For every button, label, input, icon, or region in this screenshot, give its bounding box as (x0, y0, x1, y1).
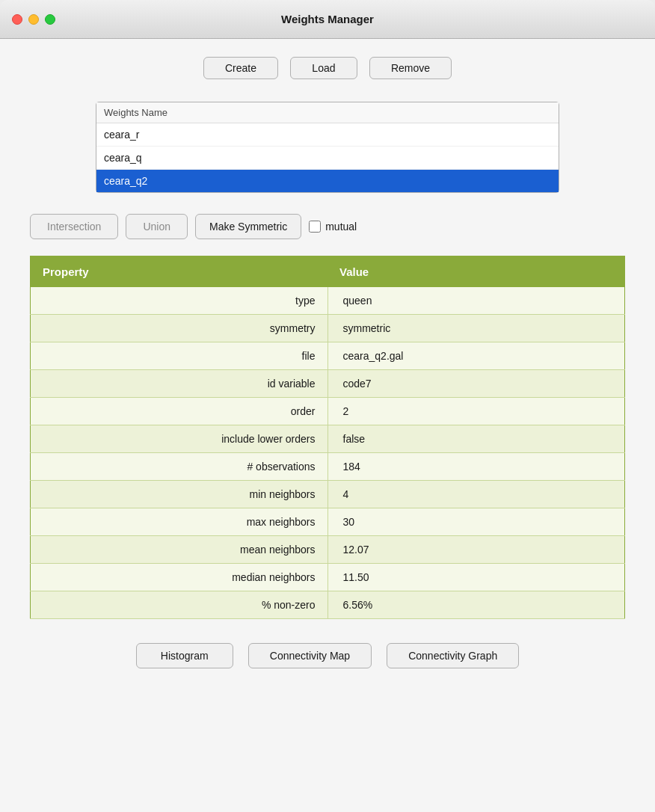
prop-name-cell: max neighbors (31, 508, 328, 536)
table-row: median neighbors11.50 (31, 564, 625, 591)
title-bar: Weights Manager (0, 0, 655, 39)
prop-value-cell: 12.07 (328, 536, 625, 564)
mutual-checkbox[interactable] (309, 221, 321, 233)
prop-name-cell: % non-zero (31, 591, 328, 619)
prop-value-cell: 30 (328, 508, 625, 536)
weights-item-ceara-q[interactable]: ceara_q (96, 147, 559, 170)
minimize-button[interactable] (28, 14, 39, 25)
table-row: include lower ordersfalse (31, 425, 625, 453)
prop-value-cell: code7 (328, 370, 625, 398)
prop-name-cell: order (31, 398, 328, 425)
prop-value-cell: 11.50 (328, 564, 625, 591)
table-row: # observations184 (31, 453, 625, 481)
table-row: order2 (31, 398, 625, 425)
prop-name-cell: include lower orders (31, 425, 328, 453)
table-row: mean neighbors12.07 (31, 536, 625, 564)
traffic-lights (12, 14, 55, 25)
intersection-button[interactable]: Intersection (30, 214, 118, 239)
table-row: fileceara_q2.gal (31, 342, 625, 370)
prop-value-cell: 184 (328, 453, 625, 481)
table-row: symmetrysymmetric (31, 315, 625, 342)
table-row: min neighbors4 (31, 481, 625, 508)
weights-item-ceara-q2[interactable]: ceara_q2 (96, 170, 559, 192)
prop-value-cell: queen (328, 287, 625, 315)
col-property-header: Property (31, 256, 328, 288)
prop-name-cell: symmetry (31, 315, 328, 342)
make-symmetric-button[interactable]: Make Symmetric (195, 214, 301, 239)
weights-list-header: Weights Name (96, 102, 559, 123)
maximize-button[interactable] (45, 14, 55, 25)
weights-item-ceara-r[interactable]: ceara_r (96, 123, 559, 147)
window-title: Weights Manager (281, 13, 374, 25)
union-button[interactable]: Union (126, 214, 188, 239)
prop-name-cell: min neighbors (31, 481, 328, 508)
mutual-text: mutual (325, 221, 357, 233)
prop-value-cell: 2 (328, 398, 625, 425)
prop-value-cell: 4 (328, 481, 625, 508)
table-row: max neighbors30 (31, 508, 625, 536)
weights-list: Weights Name ceara_r ceara_q ceara_q2 (96, 102, 559, 193)
remove-button[interactable]: Remove (369, 57, 452, 79)
histogram-button[interactable]: Histogram (136, 643, 233, 668)
prop-name-cell: type (31, 287, 328, 315)
prop-name-cell: id variable (31, 370, 328, 398)
close-button[interactable] (12, 14, 22, 25)
table-row: id variablecode7 (31, 370, 625, 398)
create-button[interactable]: Create (203, 57, 278, 79)
load-button[interactable]: Load (290, 57, 357, 79)
prop-value-cell: symmetric (328, 315, 625, 342)
prop-name-cell: median neighbors (31, 564, 328, 591)
prop-value-cell: ceara_q2.gal (328, 342, 625, 370)
table-row: typequeen (31, 287, 625, 315)
bottom-buttons-row: Histogram Connectivity Map Connectivity … (136, 643, 519, 668)
col-value-header: Value (328, 256, 625, 288)
prop-name-cell: file (31, 342, 328, 370)
prop-name-cell: # observations (31, 453, 328, 481)
connectivity-map-button[interactable]: Connectivity Map (248, 643, 372, 668)
prop-value-cell: false (328, 425, 625, 453)
prop-name-cell: mean neighbors (31, 536, 328, 564)
properties-table: Property Value typequeensymmetrysymmetri… (30, 256, 625, 619)
connectivity-graph-button[interactable]: Connectivity Graph (387, 643, 519, 668)
table-row: % non-zero6.56% (31, 591, 625, 619)
prop-value-cell: 6.56% (328, 591, 625, 619)
set-ops-row: Intersection Union Make Symmetric mutual (30, 214, 357, 239)
main-content: Create Load Remove Weights Name ceara_r … (0, 39, 655, 812)
mutual-label[interactable]: mutual (309, 221, 357, 233)
action-buttons-row: Create Load Remove (203, 57, 452, 79)
